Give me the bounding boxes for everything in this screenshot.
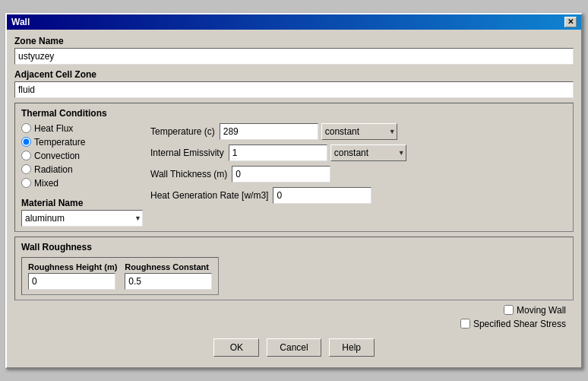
roughness-height-input[interactable]	[28, 273, 115, 290]
emissivity-label: Internal Emissivity	[150, 148, 224, 158]
roughness-height-label: Roughness Height (m)	[28, 262, 117, 271]
material-select-wrap: aluminum steel copper ▼	[21, 210, 143, 227]
temperature-label: Temperature (c)	[150, 126, 215, 137]
thermal-right-panel: Temperature (c) constant expression prof…	[150, 123, 567, 227]
ok-button[interactable]: OK	[213, 338, 259, 357]
adjacent-cell-zone-input[interactable]	[14, 81, 574, 98]
checkbox-area: Moving Wall Specified Shear Stress	[14, 305, 574, 329]
roughness-height-field: Roughness Height (m)	[28, 262, 117, 290]
roughness-inner: Roughness Height (m) Roughness Constant	[21, 257, 219, 295]
wall-roughness-section: Wall Roughness Roughness Height (m) Roug…	[14, 237, 574, 300]
material-name-label: Material Name	[21, 198, 143, 208]
emissivity-dropdown[interactable]: constant expression profile	[330, 144, 406, 161]
roughness-constant-input[interactable]	[125, 273, 212, 290]
zone-name-input[interactable]	[14, 48, 574, 65]
zone-name-label: Zone Name	[14, 36, 574, 46]
radio-heatflux[interactable]: Heat Flux	[21, 123, 143, 134]
specified-shear-checkbox[interactable]	[460, 319, 470, 329]
wall-dialog: Wall ✕ Zone Name Adjacent Cell Zone Ther…	[5, 13, 583, 369]
radio-mixed-label: Mixed	[34, 178, 58, 189]
roughness-constant-label: Roughness Constant	[125, 262, 212, 271]
material-select[interactable]: aluminum steel copper	[21, 210, 143, 227]
title-bar: Wall ✕	[7, 14, 581, 30]
thermal-radio-group: Heat Flux Temperature Convection Radiati…	[21, 123, 143, 227]
radio-radiation-label: Radiation	[34, 164, 73, 175]
roughness-constant-field: Roughness Constant	[125, 262, 212, 290]
radio-heatflux-label: Heat Flux	[34, 123, 73, 134]
adjacent-cell-zone-group: Adjacent Cell Zone	[14, 69, 574, 98]
cancel-button[interactable]: Cancel	[267, 338, 321, 357]
radio-mixed[interactable]: Mixed	[21, 178, 143, 189]
zone-name-group: Zone Name	[14, 36, 574, 65]
close-button[interactable]: ✕	[564, 17, 577, 27]
emissivity-select-wrap: constant expression profile ▼	[330, 144, 406, 161]
thermal-conditions-title: Thermal Conditions	[21, 108, 567, 119]
window-content: Zone Name Adjacent Cell Zone Thermal Con…	[7, 30, 581, 367]
heat-gen-label: Heat Generation Rate [w/m3]	[150, 190, 268, 201]
moving-wall-checkbox[interactable]	[504, 305, 514, 315]
wall-thickness-label: Wall Thickness (m)	[150, 169, 227, 179]
emissivity-input[interactable]	[229, 144, 327, 161]
radio-radiation[interactable]: Radiation	[21, 164, 143, 175]
temperature-dropdown[interactable]: constant expression profile	[321, 123, 397, 140]
thermal-conditions-section: Thermal Conditions Heat Flux Temperature…	[14, 103, 574, 232]
temperature-select-wrap: constant expression profile ▼	[321, 123, 397, 140]
button-row: OK Cancel Help	[14, 334, 574, 361]
wall-thickness-input[interactable]	[232, 166, 330, 183]
temperature-row: Temperature (c) constant expression prof…	[150, 123, 567, 140]
radio-temperature[interactable]: Temperature	[21, 137, 143, 148]
radio-convection[interactable]: Convection	[21, 151, 143, 161]
wall-thickness-row: Wall Thickness (m)	[150, 166, 567, 183]
moving-wall-label: Moving Wall	[517, 305, 566, 316]
moving-wall-checkbox-label[interactable]: Moving Wall	[504, 305, 566, 316]
heat-gen-row: Heat Generation Rate [w/m3]	[150, 187, 567, 204]
radio-convection-label: Convection	[34, 151, 80, 161]
heat-gen-input[interactable]	[273, 187, 371, 204]
specified-shear-label: Specified Shear Stress	[473, 319, 566, 329]
help-button[interactable]: Help	[329, 338, 375, 357]
wall-roughness-title: Wall Roughness	[21, 242, 567, 252]
thermal-content: Heat Flux Temperature Convection Radiati…	[21, 123, 567, 227]
emissivity-row: Internal Emissivity constant expression …	[150, 144, 567, 161]
temperature-input[interactable]	[220, 123, 318, 140]
window-title: Wall	[11, 17, 30, 27]
radio-temperature-label: Temperature	[34, 137, 85, 148]
adjacent-cell-zone-label: Adjacent Cell Zone	[14, 69, 574, 80]
specified-shear-checkbox-label[interactable]: Specified Shear Stress	[460, 319, 566, 329]
